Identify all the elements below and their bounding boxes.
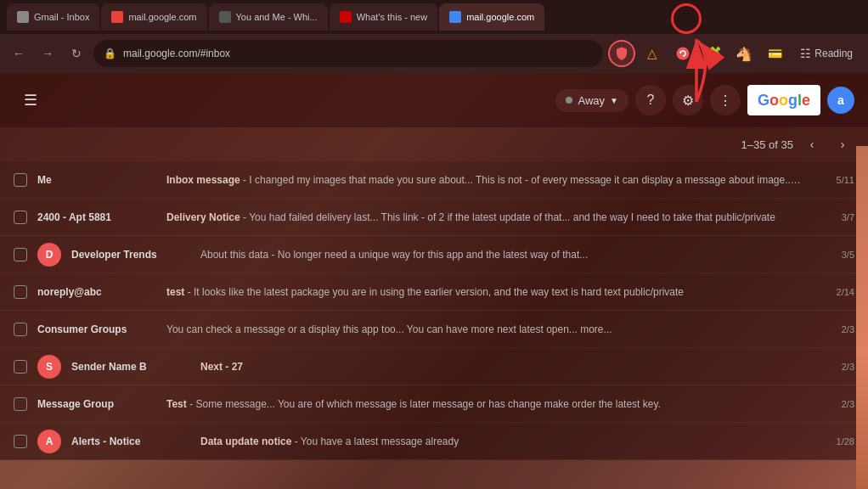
email-preview: test - It looks like the latest package …: [166, 286, 802, 298]
status-indicator: [566, 97, 572, 104]
address-text: mail.google.com/#inbox: [123, 48, 230, 59]
badger-button[interactable]: 🐴: [730, 40, 758, 67]
email-date: 3/5: [812, 250, 854, 260]
pagination-prev-button[interactable]: ‹: [800, 132, 824, 156]
email-date: 5/11: [812, 175, 854, 185]
avatar-letter: a: [837, 93, 844, 107]
email-checkbox[interactable]: [14, 285, 27, 299]
email-row[interactable]: S Sender Name B Next - 27 2/3: [0, 348, 868, 385]
email-list: Me Inbox message - I changed my images t…: [0, 161, 868, 460]
tab-5-favicon: [449, 11, 461, 23]
tab-4-title: What's this - new: [357, 12, 427, 22]
badger-icon: 🐴: [736, 46, 752, 62]
wallet-button[interactable]: 💳: [761, 40, 788, 67]
email-row[interactable]: A Alerts - Notice Data update notice - Y…: [0, 423, 868, 460]
brave-shield-button[interactable]: [608, 40, 635, 67]
email-sender: Message Group: [37, 398, 156, 410]
puzzle-icon: 🧩: [705, 46, 722, 62]
tab-2-favicon: [111, 11, 123, 23]
email-sender: noreply@abc: [37, 286, 156, 298]
email-sender: Sender Name B: [71, 361, 190, 373]
email-sender: 2400 - Apt 5881: [37, 211, 156, 223]
hamburger-menu-button[interactable]: ☰: [14, 83, 48, 117]
gmail-toolbar: ☰ Away ▼ ? ⚙ ⋮: [0, 73, 868, 127]
email-avatar: S: [37, 355, 61, 379]
email-checkbox[interactable]: [14, 248, 27, 261]
reading-icon: ☷: [800, 47, 811, 60]
tab-5-title: mail.google.com: [466, 12, 534, 22]
reading-label: Reading: [814, 48, 853, 59]
browser-chrome: Gmail - Inbox mail.google.com You and Me…: [0, 0, 868, 73]
warning-icon: △: [647, 46, 657, 61]
pagination-text: 1–35 of 35: [741, 138, 793, 151]
address-bar-row: ← → ↻ 🔒 mail.google.com/#inbox △: [0, 34, 868, 73]
tab-2[interactable]: mail.google.com: [101, 3, 206, 31]
email-date: 2/3: [812, 324, 854, 334]
email-avatar: D: [37, 243, 61, 267]
email-checkbox[interactable]: [14, 360, 27, 374]
tab-1[interactable]: Gmail - Inbox: [7, 3, 99, 31]
email-preview: You can check a message or a display thi…: [166, 323, 802, 335]
email-sender: Me: [37, 174, 156, 186]
tab-3-title: You and Me - Whi...: [236, 12, 318, 22]
reload-button[interactable]: ↻: [65, 42, 88, 65]
email-preview: Data update notice - You have a latest m…: [200, 436, 802, 447]
email-checkbox[interactable]: [14, 435, 27, 448]
tab-1-title: Gmail - Inbox: [34, 12, 89, 22]
status-dropdown-icon: ▼: [610, 96, 618, 105]
refresh-ext-button[interactable]: [669, 40, 696, 67]
warning-button[interactable]: △: [639, 40, 666, 67]
settings-button[interactable]: ⚙: [673, 85, 703, 115]
status-button[interactable]: Away ▼: [555, 89, 628, 112]
email-row[interactable]: D Developer Trends About this data - No …: [0, 236, 868, 273]
email-row[interactable]: Message Group Test - Some message... You…: [0, 385, 868, 423]
apps-grid-button[interactable]: ⋮: [710, 85, 741, 115]
tab-4[interactable]: What's this - new: [330, 3, 437, 31]
google-logo-box[interactable]: Google: [747, 85, 820, 115]
email-date: 3/7: [812, 212, 854, 222]
google-logo-text: Google: [758, 92, 810, 110]
tab-bar: Gmail - Inbox mail.google.com You and Me…: [0, 0, 868, 34]
back-button[interactable]: ←: [7, 42, 31, 65]
pagination-next-button[interactable]: ›: [831, 132, 854, 156]
wallet-icon: 💳: [768, 47, 782, 60]
email-date: 2/3: [812, 399, 854, 409]
email-date: 2/14: [812, 287, 854, 297]
reading-mode-button[interactable]: ☷ Reading: [792, 43, 861, 64]
forward-button[interactable]: →: [36, 42, 59, 65]
tab-3[interactable]: You and Me - Whi...: [209, 3, 328, 31]
toolbar-right: △ 🧩 🐴 💳: [608, 40, 861, 67]
email-sender: Consumer Groups: [37, 323, 156, 335]
email-date: 2/3: [812, 362, 854, 372]
email-row[interactable]: 2400 - Apt 5881 Delivery Notice - You ha…: [0, 199, 868, 236]
address-bar[interactable]: 🔒 mail.google.com/#inbox: [93, 40, 603, 67]
help-button[interactable]: ?: [635, 85, 666, 115]
brave-shield-icon: [614, 46, 629, 61]
email-checkbox[interactable]: [14, 211, 27, 224]
email-preview: Inbox message - I changed my images that…: [166, 174, 802, 186]
gmail-right-section: Away ▼ ? ⚙ ⋮ Google a: [555, 85, 854, 115]
tab-2-title: mail.google.com: [128, 12, 196, 22]
pagination-row: 1–35 of 35 ‹ ›: [0, 127, 868, 161]
gmail-left-section: ☰: [14, 83, 555, 117]
refresh-icon: [675, 46, 690, 61]
email-checkbox[interactable]: [14, 323, 27, 336]
email-avatar: A: [37, 430, 61, 453]
extensions-button[interactable]: 🧩: [700, 40, 727, 67]
email-checkbox[interactable]: [14, 173, 27, 187]
email-row[interactable]: Consumer Groups You can check a message …: [0, 311, 868, 348]
email-preview: About this data - No longer need a uniqu…: [200, 249, 802, 261]
email-row[interactable]: Me Inbox message - I changed my images t…: [0, 161, 868, 199]
tab-5-active[interactable]: mail.google.com: [439, 3, 544, 31]
lock-icon: 🔒: [104, 48, 116, 59]
status-label: Away: [578, 94, 605, 107]
email-checkbox[interactable]: [14, 397, 27, 411]
user-avatar[interactable]: a: [827, 87, 854, 114]
tab-1-favicon: [17, 11, 29, 23]
email-row[interactable]: noreply@abc test - It looks like the lat…: [0, 273, 868, 311]
tab-3-favicon: [219, 11, 231, 23]
gmail-content-area: ☰ Away ▼ ? ⚙ ⋮: [0, 73, 868, 489]
apps-grid-icon: ⋮: [719, 93, 732, 109]
right-sidebar-strip: [856, 146, 868, 489]
tab-4-favicon: [340, 11, 352, 23]
